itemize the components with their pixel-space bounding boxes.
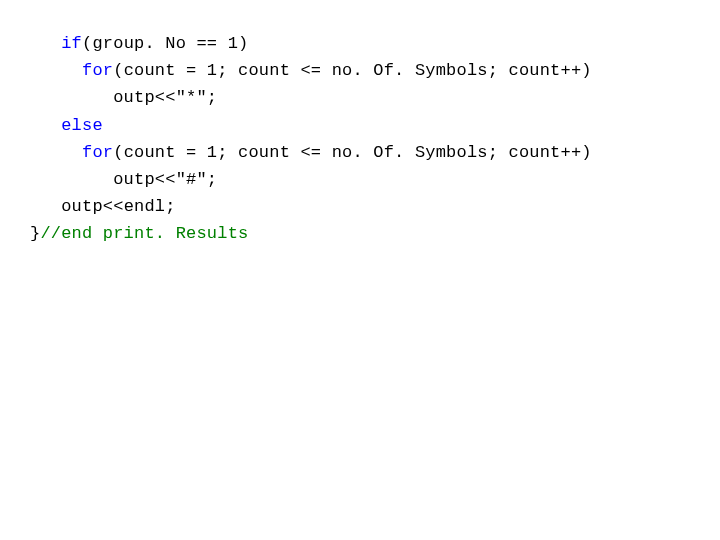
line-1: if(group. No == 1) <box>30 34 248 53</box>
code-text: outp<<"*"; <box>113 88 217 107</box>
indent <box>30 197 61 216</box>
brace: } <box>30 224 40 243</box>
code-text: outp<<endl; <box>61 197 175 216</box>
code-text: (count = 1; count <= no. Of. Symbols; co… <box>113 61 591 80</box>
indent <box>30 143 82 162</box>
code-text: (count = 1; count <= no. Of. Symbols; co… <box>113 143 591 162</box>
line-2: for(count = 1; count <= no. Of. Symbols;… <box>30 61 592 80</box>
indent <box>30 170 113 189</box>
indent <box>30 61 82 80</box>
line-5: for(count = 1; count <= no. Of. Symbols;… <box>30 143 592 162</box>
line-6: outp<<"#"; <box>30 170 217 189</box>
code-text: (group. No == 1) <box>82 34 248 53</box>
keyword-else: else <box>61 116 103 135</box>
keyword-for: for <box>82 143 113 162</box>
line-4: else <box>30 116 103 135</box>
code-text: outp<<"#"; <box>113 170 217 189</box>
line-7: outp<<endl; <box>30 197 176 216</box>
keyword-for: for <box>82 61 113 80</box>
code-snippet: if(group. No == 1) for(count = 1; count … <box>0 0 720 248</box>
indent <box>30 88 113 107</box>
line-3: outp<<"*"; <box>30 88 217 107</box>
indent <box>30 34 61 53</box>
keyword-if: if <box>61 34 82 53</box>
line-8: }//end print. Results <box>30 224 248 243</box>
comment: //end print. Results <box>40 224 248 243</box>
indent <box>30 116 61 135</box>
